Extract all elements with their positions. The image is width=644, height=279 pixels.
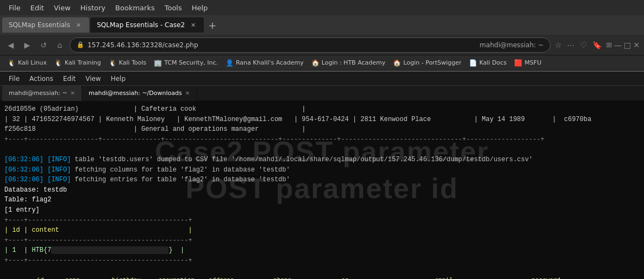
addon-icon[interactable]: ⋯ xyxy=(566,40,576,50)
term-header: | id | content | xyxy=(4,225,640,236)
term-sep-2: +----+----------------------------------… xyxy=(4,215,640,226)
term-tab-1-close[interactable]: ✕ xyxy=(71,90,75,96)
inner-menu-actions[interactable]: Actions xyxy=(25,74,58,84)
pocket-icon[interactable]: 🔖 xyxy=(591,40,603,50)
kali-docs-label: Kali Docs xyxy=(479,59,507,66)
rana-label: Rana Khalil's Academy xyxy=(236,59,304,66)
kali-training-label: Kali Training xyxy=(65,59,101,66)
terminal-window: File Actions Edit View Help mahdi@messia… xyxy=(0,71,644,279)
htb-label: Login : HTB Academy xyxy=(322,59,386,66)
browser-tab-2[interactable]: SQLMap Essentials - Case2 ✕ xyxy=(90,17,204,33)
lock-icon: 🔒 xyxy=(77,41,84,48)
user-info: mahdi@messiah: ~ xyxy=(480,41,543,49)
tab-2-close[interactable]: ✕ xyxy=(189,21,197,29)
tab-1-close[interactable]: ✕ xyxy=(74,21,83,29)
tab-2-label: SQLMap Essentials - Case2 xyxy=(97,21,185,29)
bookmarks-bar: 🐧 Kali Linux 🐧 Kali Training 🐧 Kali Tool… xyxy=(0,55,644,71)
term-blank-1 xyxy=(4,144,640,155)
close-button[interactable]: ✕ xyxy=(633,41,640,49)
term-line-table: Table: flag2 xyxy=(4,195,640,205)
terminal-area[interactable]: Case2 POST parameter POST parameter id 2… xyxy=(0,101,644,279)
inner-menu-bar: File Actions Edit View Help xyxy=(0,72,644,86)
term-line-3: f256c818 | General and operations manage… xyxy=(4,124,640,135)
menu-file[interactable]: File xyxy=(4,3,25,13)
terminal-tab-1[interactable]: mahdi@messiah: ~ ✕ xyxy=(2,86,82,101)
term-line-2: | 32 | 4716522746974567 | Kenneth Malone… xyxy=(4,115,640,125)
bookmark-kali-linux[interactable]: 🐧 Kali Linux xyxy=(4,58,50,68)
term-sep-3: +----+----------------------------------… xyxy=(4,236,640,246)
reload-button[interactable]: ↺ xyxy=(37,39,50,52)
inner-menu-view[interactable]: View xyxy=(81,74,105,84)
term-line-db: Database: testdb xyxy=(4,185,640,195)
terminal-content: 26d1055e (05adrian) | Cafeteria cook | |… xyxy=(4,104,640,279)
terminal-tab-2[interactable]: mahdi@messiah: ~/Downloads ✕ xyxy=(82,86,197,101)
back-button[interactable]: ◀ xyxy=(4,39,17,52)
menu-edit[interactable]: Edit xyxy=(26,3,48,13)
kali-linux-label: Kali Linux xyxy=(18,59,47,66)
menu-bar: File Edit View History Bookmarks Tools H… xyxy=(0,0,644,15)
term-info-3: [06:32:06] [INFO] fetching entries for t… xyxy=(4,175,640,185)
tcm-label: TCM Security, Inc. xyxy=(164,59,218,66)
bookmark-kali-docs[interactable]: 📄 Kali Docs xyxy=(466,58,510,68)
kali-training-icon: 🐧 xyxy=(54,59,62,67)
address-text: 157.245.46.136:32328/case2.php xyxy=(87,41,477,49)
inner-menu-help[interactable]: Help xyxy=(107,74,130,84)
msfu-icon: 🟥 xyxy=(514,59,522,67)
term-sep-1: +----+------------------+---------------… xyxy=(4,135,640,145)
bookmark-portswigger[interactable]: 🏠 Login - PortSwigger xyxy=(390,58,465,68)
address-box[interactable]: 🔒 157.245.46.136:32328/case2.php mahdi@m… xyxy=(70,37,551,53)
htb-icon: 🏠 xyxy=(311,59,320,67)
tab-bar: SQLMap Essentials ✕ SQLMap Essentials - … xyxy=(0,15,644,35)
forward-button[interactable]: ▶ xyxy=(21,39,34,52)
term-blank-2 xyxy=(4,266,640,276)
term-overlay-header: id name birthday occupation address phon… xyxy=(4,276,640,279)
tcm-icon: 🏢 xyxy=(154,59,162,67)
maximize-button[interactable]: □ xyxy=(624,41,631,49)
kali-linux-icon: 🐧 xyxy=(8,59,16,67)
kali-docs-icon: 📄 xyxy=(469,59,477,67)
term-sep-4: +----+----------------------------------… xyxy=(4,256,640,266)
minimize-button[interactable]: — xyxy=(614,41,622,49)
menu-history[interactable]: History xyxy=(76,3,110,13)
tab-manager-icon[interactable]: ⊞ xyxy=(606,41,612,49)
rana-icon: 👤 xyxy=(226,59,234,67)
portswigger-icon: 🏠 xyxy=(393,59,401,67)
bookmark-star-icon[interactable]: ☆ xyxy=(554,40,563,50)
home-button[interactable]: ⌂ xyxy=(53,39,66,52)
term-tab-1-label: mahdi@messiah: ~ xyxy=(9,90,67,97)
addr-actions: ☆ ⋯ ♡ 🔖 xyxy=(554,40,603,50)
reader-icon[interactable]: ♡ xyxy=(579,40,589,50)
portswigger-label: Login - PortSwigger xyxy=(403,59,461,66)
term-info-1: [06:32:06] [INFO] table 'testdb.users' d… xyxy=(4,155,640,165)
term-line-1: 26d1055e (05adrian) | Cafeteria cook | xyxy=(4,104,640,115)
kali-tools-label: Kali Tools xyxy=(119,59,146,66)
menu-bookmarks[interactable]: Bookmarks xyxy=(111,3,159,13)
address-url: 157.245.46.136:32328/case2.php xyxy=(87,41,198,49)
menu-help[interactable]: Help xyxy=(187,3,212,13)
address-bar-row: ◀ ▶ ↺ ⌂ 🔒 157.245.46.136:32328/case2.php… xyxy=(0,35,644,55)
bookmark-rana[interactable]: 👤 Rana Khalil's Academy xyxy=(222,58,307,68)
bookmark-msfu[interactable]: 🟥 MSFU xyxy=(511,58,545,68)
browser-chrome: File Edit View History Bookmarks Tools H… xyxy=(0,0,644,71)
browser-tab-1[interactable]: SQLMap Essentials ✕ xyxy=(2,17,89,33)
kali-tools-icon: 🐧 xyxy=(109,59,117,67)
bookmark-tcm[interactable]: 🏢 TCM Security, Inc. xyxy=(151,58,221,68)
bookmark-kali-training[interactable]: 🐧 Kali Training xyxy=(51,58,104,68)
msfu-label: MSFU xyxy=(524,59,541,66)
term-tab-2-label: mahdi@messiah: ~/Downloads xyxy=(89,90,182,97)
term-tab-2-close[interactable]: ✕ xyxy=(185,90,190,96)
tab-1-label: SQLMap Essentials xyxy=(9,21,70,29)
bookmark-htb[interactable]: 🏠 Login : HTB Academy xyxy=(308,58,389,68)
menu-tools[interactable]: Tools xyxy=(160,3,186,13)
new-tab-button[interactable]: + xyxy=(205,20,220,31)
menu-view[interactable]: View xyxy=(49,3,75,13)
term-info-2: [06:32:06] [INFO] fetching columns for t… xyxy=(4,165,640,175)
inner-menu-edit[interactable]: Edit xyxy=(59,74,80,84)
term-line-entries: [1 entry] xyxy=(4,205,640,215)
inner-menu-file[interactable]: File xyxy=(4,74,24,84)
terminal-tabs: mahdi@messiah: ~ ✕ mahdi@messiah: ~/Down… xyxy=(0,86,644,101)
bookmark-kali-tools[interactable]: 🐧 Kali Tools xyxy=(105,58,149,68)
window-controls: ⊞ — □ ✕ xyxy=(606,41,640,49)
term-flag-row: | 1 | HTB{7 } | xyxy=(4,245,640,256)
